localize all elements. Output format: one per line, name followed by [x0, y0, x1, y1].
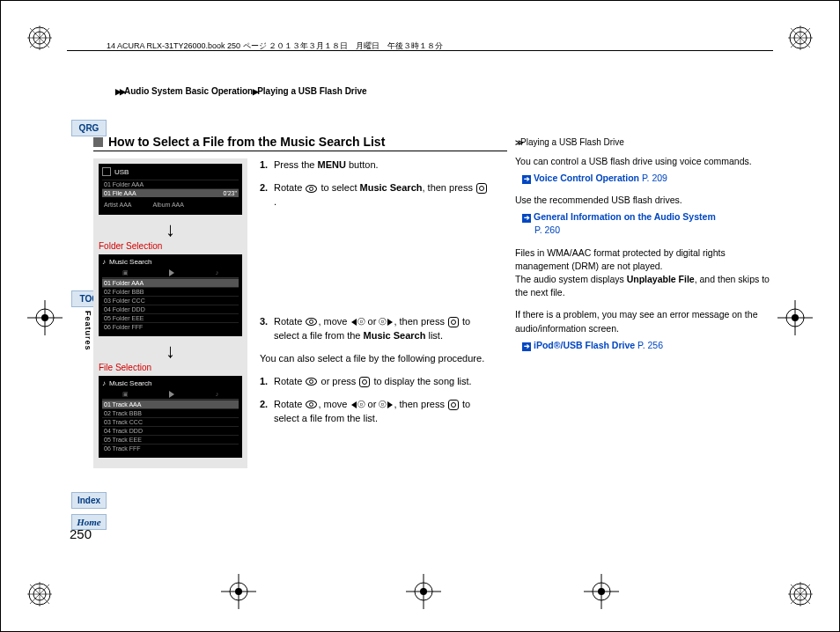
arrow-down-icon: ↓	[99, 220, 242, 239]
folder-selection-label: Folder Selection	[99, 241, 242, 251]
crosshair-icon	[221, 574, 256, 609]
step-alt-2: 2.Rotate , move ⦾ or ⦾, then press to se…	[260, 398, 489, 426]
link-arrow-icon: ➔	[522, 342, 531, 351]
section-title-text: How to Select a File from the Music Sear…	[108, 135, 385, 149]
reg-mark-icon	[27, 582, 52, 606]
step-1: 1.Press the MENU button.	[260, 158, 489, 173]
move-right-icon	[387, 319, 393, 326]
screen-title: Music Search	[109, 379, 151, 387]
list-item: 06 Folder FFF	[102, 322, 239, 331]
list-item: 06 Track FFF	[102, 444, 239, 452]
link-general-info[interactable]: General Information on the Audio System	[534, 211, 716, 222]
link-voice-control[interactable]: Voice Control Operation	[534, 173, 639, 183]
screenshot-column: USB 01 Folder AAA 01 File AAA0'23" Artis…	[93, 158, 247, 468]
play-icon	[169, 269, 174, 276]
main-content: How to Select a File from the Music Sear…	[93, 135, 507, 468]
list-item: 01 Track AAA	[102, 400, 239, 408]
square-bullet-icon	[93, 137, 103, 147]
select-button-icon	[476, 183, 487, 194]
breadcrumb: ▶▶Audio System Basic Operation▶Playing a…	[115, 86, 367, 96]
crosshair-icon	[584, 574, 619, 609]
step-number: 3.	[260, 315, 274, 343]
page-ref: P. 256	[637, 340, 663, 350]
select-button-icon	[448, 400, 459, 410]
dial-icon	[306, 378, 317, 386]
move-left-icon	[351, 319, 357, 326]
link-ipod-usb[interactable]: iPod®/USB Flash Drive	[534, 340, 635, 350]
list-item: 03 Track CCC	[102, 417, 239, 426]
index-button[interactable]: Index	[71, 492, 107, 509]
instruction-column: 1.Press the MENU button. 2.Rotate to sel…	[247, 158, 489, 468]
step-number: 2.	[260, 181, 274, 209]
select-button-icon	[359, 377, 370, 387]
dial-icon	[306, 185, 317, 193]
paragraph: You can also select a file by the follow…	[260, 352, 489, 366]
list-item: 03 Folder CCC	[102, 296, 239, 305]
screen-usb: USB 01 Folder AAA 01 File AAA0'23" Artis…	[99, 164, 242, 215]
step-alt-1: 1.Rotate or press to display the song li…	[260, 375, 489, 389]
aside-text: You can control a USB flash drive using …	[515, 155, 770, 168]
aside-title: ≫Playing a USB Flash Drive	[515, 136, 770, 150]
hr	[67, 50, 773, 51]
screen-title: Music Search	[109, 258, 151, 266]
manual-page: 14 ACURA RLX-31TY26000.book 250 ページ ２０１３…	[0, 0, 840, 632]
list-item: Album AAA	[151, 201, 186, 209]
list-item: 04 Track DDD	[102, 426, 239, 435]
step-number: 2.	[260, 398, 274, 426]
screen-music-search-files: ♪ Music Search ▣♪ 01 Track AAA 02 Track …	[99, 376, 242, 458]
link-arrow-icon: ➔	[522, 214, 531, 223]
file-selection-label: File Selection	[99, 363, 242, 372]
folder-tab-icon: ▣	[122, 391, 129, 398]
reg-mark-icon	[27, 26, 52, 50]
note-icon: ♪	[216, 391, 219, 398]
arrow-down-icon: ↓	[99, 342, 242, 361]
crosshair-icon	[777, 300, 813, 335]
step-number: 1.	[260, 375, 274, 389]
chevron-right-icon: ▶▶	[115, 87, 124, 96]
folder-tab-icon: ▣	[122, 269, 129, 276]
dial-icon	[306, 401, 317, 408]
reg-mark-icon	[788, 26, 813, 50]
aside-text: Files in WMA/AAC format protected by dig…	[515, 246, 770, 300]
step-3: 3.Rotate , move ⦾ or ⦾, then press to se…	[260, 315, 489, 343]
step-number: 1.	[260, 158, 274, 173]
dial-icon	[306, 318, 317, 326]
features-tab-label: Features	[84, 311, 92, 351]
step-2: 2.Rotate to select Music Search, then pr…	[260, 181, 489, 209]
list-item: 01 File AAA0'23"	[102, 188, 239, 197]
aside-text: Use the recommended USB flash drives.	[515, 194, 770, 207]
crosshair-icon	[406, 574, 441, 609]
reg-mark-icon	[788, 582, 813, 606]
list-item: 05 Track EEE	[102, 435, 239, 444]
page-ref: P. 209	[642, 173, 667, 183]
screen-title: USB	[114, 168, 129, 176]
note-icon: ♪	[216, 269, 219, 276]
screen-music-search-folders: ♪ Music Search ▣♪ 01 Folder AAA 02 Folde…	[99, 254, 242, 336]
select-button-icon	[448, 317, 459, 327]
page-number: 250	[70, 526, 92, 541]
list-item: Artist AAA	[102, 201, 134, 209]
page-ref: P. 260	[522, 224, 770, 237]
list-item: 04 Folder DDD	[102, 305, 239, 313]
list-item: 02 Track BBB	[102, 408, 239, 417]
link-arrow-icon: ➔	[522, 175, 531, 184]
usb-icon	[102, 167, 111, 176]
aside-text: If there is a problem, you may see an er…	[515, 308, 770, 334]
aside-column: ≫Playing a USB Flash Drive You can contr…	[515, 136, 770, 361]
play-icon	[169, 391, 174, 398]
list-item: 02 Folder BBB	[102, 287, 239, 296]
list-item: 05 Folder EEE	[102, 313, 239, 322]
breadcrumb-a: Audio System Basic Operation	[124, 86, 253, 96]
breadcrumb-b: Playing a USB Flash Drive	[257, 86, 367, 96]
list-item: 01 Folder AAA	[102, 278, 239, 287]
list-item: 01 Folder AAA	[102, 180, 239, 188]
crosshair-icon	[27, 300, 63, 335]
move-right-icon	[387, 401, 393, 408]
section-heading: How to Select a File from the Music Sear…	[93, 135, 507, 151]
move-left-icon	[351, 401, 357, 408]
